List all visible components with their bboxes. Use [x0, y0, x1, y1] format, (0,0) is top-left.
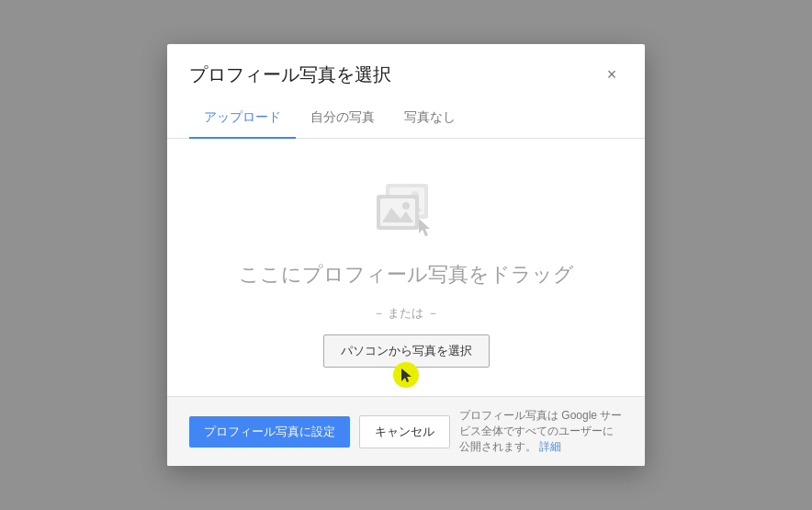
close-button[interactable]: ×: [601, 64, 623, 86]
dialog-content: ここにプロフィール写真をドラッグ － または － パソコンから写真を選択: [167, 139, 645, 396]
tab-no-photo[interactable]: 写真なし: [389, 98, 470, 139]
tabs-container: アップロード 自分の写真 写真なし: [167, 98, 645, 139]
dialog-footer: プロフィール写真に設定 キャンセル プロフィール写真は Google サービス全…: [167, 396, 645, 466]
svg-point-7: [402, 202, 410, 210]
tab-upload[interactable]: アップロード: [189, 98, 296, 139]
drag-instruction-text: ここにプロフィール写真をドラッグ: [239, 261, 574, 289]
cancel-button[interactable]: キャンセル: [359, 415, 450, 448]
photo-placeholder-icon: [369, 176, 443, 243]
svg-marker-9: [401, 368, 412, 382]
or-text: － または －: [373, 305, 439, 322]
tab-my-photos[interactable]: 自分の写真: [296, 98, 389, 139]
cursor-highlight: [393, 362, 419, 388]
dialog-header: プロフィール写真を選択 ×: [167, 44, 645, 98]
dialog-title: プロフィール写真を選択: [189, 62, 391, 87]
set-profile-photo-button[interactable]: プロフィール写真に設定: [189, 416, 350, 448]
dialog-overlay: プロフィール写真を選択 × アップロード 自分の写真 写真なし: [0, 0, 812, 510]
svg-marker-8: [419, 219, 430, 236]
dialog: プロフィール写真を選択 × アップロード 自分の写真 写真なし: [167, 44, 645, 466]
footer-notice: プロフィール写真は Google サービス全体ですべてのユーザーに公開されます。…: [459, 408, 623, 455]
footer-detail-link[interactable]: 詳細: [539, 440, 561, 453]
drop-zone[interactable]: ここにプロフィール写真をドラッグ － または － パソコンから写真を選択: [189, 176, 623, 368]
